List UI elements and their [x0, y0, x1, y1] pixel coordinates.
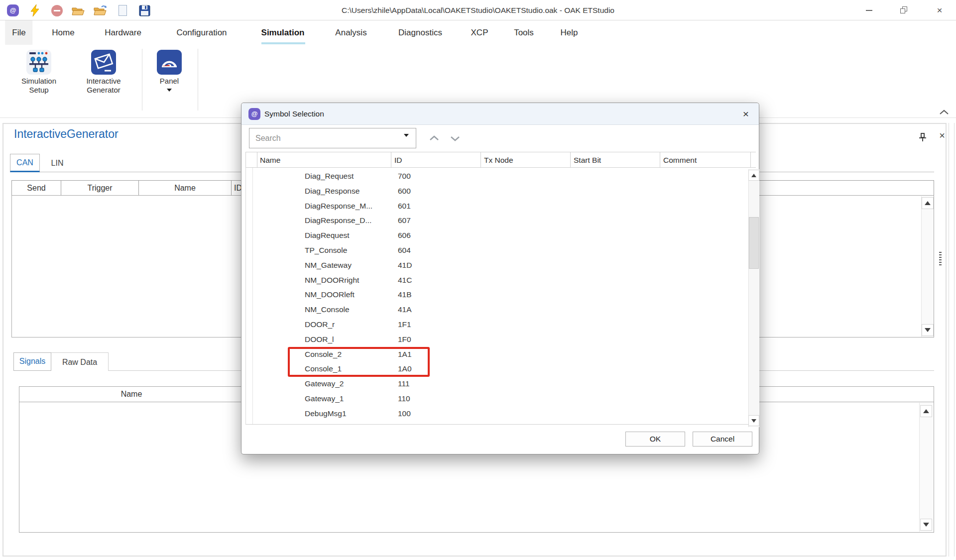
pin-icon[interactable] — [918, 132, 928, 142]
table-row[interactable]: DebugMsg1100 — [245, 406, 748, 421]
search-combobox[interactable]: Search — [249, 128, 416, 148]
symbol-name: Gateway_2 — [305, 376, 344, 391]
tab-raw-data[interactable]: Raw Data — [51, 352, 109, 371]
menu-item-help[interactable]: Help — [554, 20, 585, 45]
table-row[interactable]: DiagRequest606 — [245, 228, 748, 243]
table-row[interactable]: DiagResponse_M...601 — [245, 199, 748, 214]
active-menu-underline — [261, 42, 305, 44]
scroll-up-button[interactable] — [748, 170, 759, 181]
panel-button[interactable]: Panel — [142, 49, 197, 113]
column-separator[interactable] — [257, 152, 257, 168]
symbol-table-scrollbar[interactable] — [748, 169, 759, 427]
scrollbar-thumb[interactable] — [749, 217, 759, 269]
signals-table-scrollbar[interactable] — [919, 403, 933, 532]
menu-item-hardware[interactable]: Hardware — [98, 20, 148, 45]
symbol-column-comment[interactable]: Comment — [663, 152, 697, 168]
dialog-title-bar[interactable]: @ Symbol Selection × — [241, 103, 759, 125]
symbol-column-tx-node[interactable]: Tx Node — [484, 152, 513, 168]
dialog-app-icon: @ — [248, 108, 260, 120]
column-separator[interactable] — [570, 152, 571, 168]
ribbon-separator — [198, 49, 198, 111]
symbol-id: 604 — [398, 243, 411, 258]
scroll-down-button[interactable] — [920, 519, 932, 531]
column-separator[interactable] — [750, 152, 751, 168]
table-row[interactable]: DiagResponse_D...607 — [245, 213, 748, 228]
tab-lin[interactable]: LIN — [40, 154, 75, 172]
symbol-name: DiagRequest — [305, 228, 350, 243]
panel-title: InteractiveGenerator — [14, 127, 119, 141]
restore-button[interactable] — [890, 0, 918, 20]
simulation-setup-button[interactable]: SimulationSetup — [11, 49, 66, 113]
symbol-name: DebugMsg1 — [305, 406, 347, 421]
table-row[interactable]: Gateway_2111 — [245, 376, 748, 391]
scroll-up-button[interactable] — [920, 405, 932, 417]
symbol-id: 41A — [398, 302, 412, 317]
panel-close-icon[interactable]: × — [936, 129, 948, 141]
window-title: C:\Users\zhile\AppData\Local\OAKETStudio… — [0, 0, 956, 20]
table-row[interactable]: TP_Console604 — [245, 243, 748, 258]
symbol-id: 600 — [398, 184, 411, 199]
interactive-generator-icon — [91, 50, 116, 75]
menu-item-tools[interactable]: Tools — [507, 20, 541, 45]
window-edge — [954, 123, 955, 557]
table-row[interactable]: DOOR_l1F0 — [245, 332, 748, 347]
menu-item-configuration[interactable]: Configuration — [169, 20, 234, 45]
tab-can[interactable]: CAN — [10, 154, 40, 172]
dropdown-arrow-icon[interactable] — [404, 137, 409, 146]
table-row[interactable]: Console_21A1 — [245, 347, 748, 362]
interactive-generator-button[interactable]: InteractiveGenerator — [76, 49, 131, 113]
find-previous-button[interactable] — [426, 131, 443, 146]
scroll-down-button[interactable] — [748, 415, 759, 426]
table-row[interactable]: Diag_Request700 — [245, 169, 748, 184]
symbol-column-start-bit[interactable]: Start Bit — [574, 152, 601, 168]
symbol-name: NM_DOORleft — [305, 287, 355, 302]
scroll-up-button[interactable] — [922, 197, 934, 209]
panel-dropdown-caret[interactable] — [142, 89, 197, 92]
message-column-send: Send — [12, 181, 61, 195]
title-bar: @ C:\Users\zhile\AppData\Local\OAKETStud… — [0, 0, 956, 20]
symbol-name: Console_1 — [305, 361, 342, 376]
menu-item-file[interactable]: File — [5, 20, 32, 45]
symbol-column-id[interactable]: ID — [394, 152, 402, 168]
column-separator[interactable] — [391, 152, 391, 168]
table-row[interactable]: Diag_Response600 — [245, 184, 748, 199]
column-separator[interactable] — [480, 152, 481, 168]
symbol-id: 41C — [398, 273, 412, 288]
ok-button[interactable]: OK — [625, 432, 685, 447]
tab-signals[interactable]: Signals — [13, 352, 51, 371]
dialog-close-icon[interactable]: × — [739, 107, 753, 121]
menu-item-diagnostics[interactable]: Diagnostics — [391, 20, 449, 45]
table-row[interactable]: NM_DOORright41C — [245, 273, 748, 288]
symbol-name: Diag_Request — [305, 169, 354, 184]
cancel-button[interactable]: Cancel — [693, 432, 752, 447]
table-row[interactable]: NM_Console41A — [245, 302, 748, 317]
menu-item-xcp[interactable]: XCP — [464, 20, 495, 45]
symbol-column-name[interactable]: Name — [260, 152, 280, 168]
table-row[interactable]: NM_DOORleft41B — [245, 287, 748, 302]
message-table-scrollbar[interactable] — [921, 196, 934, 337]
symbol-id: 700 — [398, 169, 411, 184]
search-placeholder: Search — [255, 128, 281, 148]
close-button[interactable]: × — [926, 0, 954, 20]
message-column-name: Name — [139, 181, 232, 195]
splitter-grip[interactable] — [939, 252, 942, 267]
find-next-button[interactable] — [447, 131, 464, 146]
table-row[interactable]: DOOR_r1F1 — [245, 317, 748, 332]
menu-item-simulation[interactable]: Simulation — [254, 20, 312, 45]
symbol-name: Diag_Response — [305, 184, 359, 199]
symbol-id: 1A0 — [398, 361, 412, 376]
minimize-button[interactable] — [855, 0, 883, 20]
ribbon-collapse-chevron-icon[interactable] — [938, 109, 951, 117]
table-row[interactable]: NM_Gateway41D — [245, 258, 748, 273]
column-separator[interactable] — [660, 152, 660, 168]
scroll-down-button[interactable] — [922, 324, 934, 336]
menu-item-analysis[interactable]: Analysis — [328, 20, 373, 45]
menu-item-home[interactable]: Home — [45, 20, 81, 45]
grid-border — [245, 424, 756, 425]
table-row[interactable]: Gateway_1110 — [245, 391, 748, 406]
symbol-id: 607 — [398, 213, 411, 228]
symbol-name: TP_Console — [305, 243, 347, 258]
panel-icon — [157, 50, 182, 75]
symbol-selection-dialog: @ Symbol Selection × Search NameIDTx Nod… — [241, 103, 759, 454]
table-row[interactable]: Console_11A0 — [245, 361, 748, 376]
